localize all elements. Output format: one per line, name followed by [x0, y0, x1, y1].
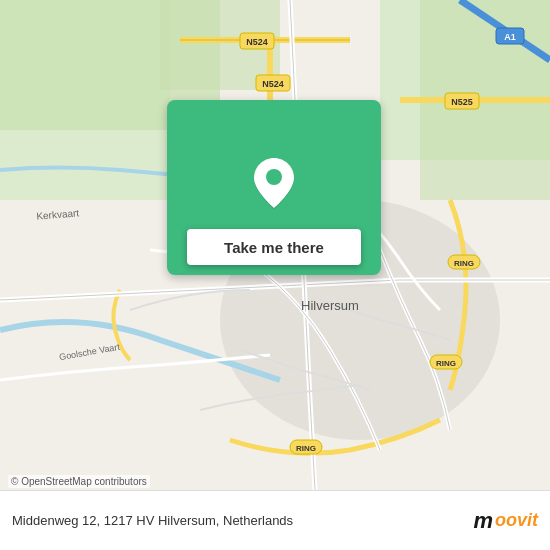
address-label: Middenweg 12, 1217 HV Hilversum, Netherl…	[12, 513, 293, 528]
map-container: N524 N524 N525 A1 RING RING RING RING Hi…	[0, 0, 550, 550]
svg-text:N524: N524	[262, 79, 284, 89]
moovit-logo: m oovit	[473, 508, 538, 534]
copyright-text: © OpenStreetMap contributors	[8, 475, 150, 488]
svg-text:Hilversum: Hilversum	[301, 298, 359, 313]
svg-text:A1: A1	[504, 32, 516, 42]
svg-point-27	[266, 169, 282, 185]
take-me-there-button[interactable]: Take me there	[187, 229, 361, 265]
location-pin-icon	[252, 157, 296, 211]
svg-text:RING: RING	[436, 359, 456, 368]
svg-text:RING: RING	[296, 444, 316, 453]
info-bar: Middenweg 12, 1217 HV Hilversum, Netherl…	[0, 490, 550, 550]
svg-text:N525: N525	[451, 97, 473, 107]
moovit-logo-m: m	[473, 508, 493, 534]
svg-text:N524: N524	[246, 37, 268, 47]
svg-text:RING: RING	[454, 259, 474, 268]
moovit-logo-oovit: oovit	[495, 510, 538, 531]
